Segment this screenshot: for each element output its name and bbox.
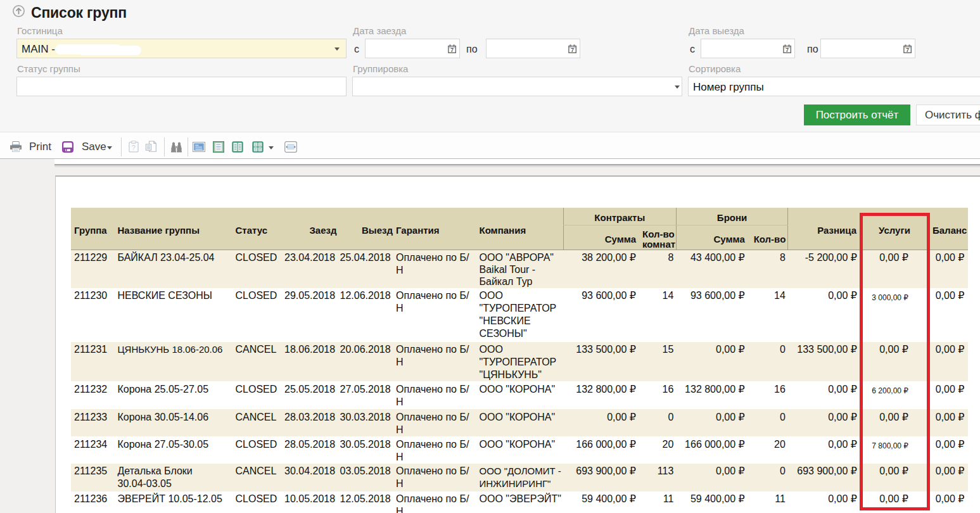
svg-text:?: ? (132, 144, 136, 151)
